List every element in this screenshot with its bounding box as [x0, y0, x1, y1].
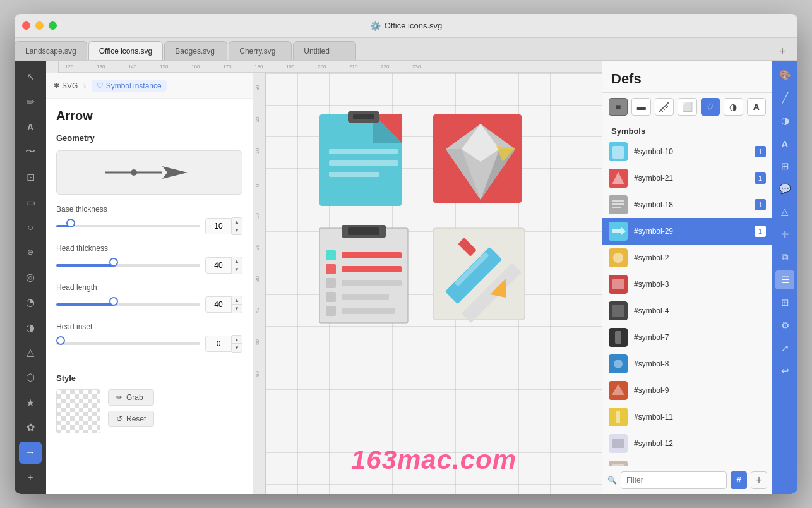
head-length-down[interactable]: ▼	[232, 305, 242, 313]
symbol-9-name: #symbol-9	[634, 386, 766, 395]
symbol-item-21[interactable]: #symbol-21 1	[602, 165, 772, 191]
polygon-tool[interactable]: ⬡	[19, 366, 42, 389]
cursor-tool[interactable]: ↖	[19, 66, 42, 88]
text-tool[interactable]: A	[19, 116, 42, 138]
left-toolbar: ↖ ✏ A 〜 ⊡ ▭ ○ ⊖ ◎ ◔ ◑ △ ⬡ ★ ✿ → +	[15, 61, 46, 494]
rail-text-btn[interactable]: A	[775, 134, 794, 153]
head-inset-up[interactable]: ▲	[232, 336, 242, 344]
symbol-item-4[interactable]: #symbol-4	[602, 298, 772, 324]
rail-paint-btn[interactable]: 🎨	[775, 66, 794, 85]
moon-tool[interactable]: ◑	[19, 316, 42, 339]
ring-tool[interactable]: ◎	[19, 266, 42, 289]
filter-input[interactable]	[621, 471, 727, 489]
canvas[interactable]: 163mac.com	[266, 73, 602, 494]
pen-tool[interactable]: ✏	[19, 91, 42, 114]
grab-button[interactable]: ✏ Grab	[108, 389, 154, 406]
base-thickness-input[interactable]	[205, 218, 232, 234]
head-length-up[interactable]: ▲	[232, 296, 242, 305]
breadcrumb-symbol-instance[interactable]: ♡ Symbol instance	[92, 80, 167, 92]
tab-untitled[interactable]: Untitled	[293, 41, 356, 60]
tab-office[interactable]: Office icons.svg	[88, 41, 163, 60]
defs-text-btn[interactable]: A	[747, 98, 766, 116]
gear-tool[interactable]: ✿	[19, 416, 42, 439]
rect-tool[interactable]: ▭	[19, 191, 42, 214]
breadcrumb-svg[interactable]: ✱ SVG	[54, 82, 78, 90]
symbols-list: #symbol-10 1 #symbol-21 1 #symbol-18 1	[602, 138, 772, 466]
rail-list-btn[interactable]: ☰	[775, 270, 794, 289]
rail-triangle-btn[interactable]: △	[775, 202, 794, 221]
arrow-tool[interactable]: →	[19, 442, 42, 464]
base-thickness-down[interactable]: ▼	[232, 226, 242, 234]
close-button[interactable]	[22, 21, 30, 30]
symbol-item-3[interactable]: #symbol-3	[602, 271, 772, 298]
head-thickness-row: ▲ ▼	[56, 257, 242, 274]
defs-gradient-btn[interactable]: ▬	[631, 98, 650, 116]
base-thickness-thumb[interactable]	[66, 219, 75, 227]
head-length-input[interactable]	[205, 296, 232, 313]
select-tool[interactable]: ⊡	[19, 166, 42, 189]
head-inset-down[interactable]: ▼	[232, 344, 242, 352]
defs-fill-btn[interactable]: ■	[609, 98, 628, 116]
defs-symbol-btn[interactable]: ♡	[701, 98, 720, 116]
triangle-tool[interactable]: △	[19, 341, 42, 364]
rail-contrast-btn[interactable]: ◑	[775, 111, 794, 130]
symbol-item-12[interactable]: #symbol-12	[602, 430, 772, 457]
wave-tool[interactable]: 〜	[19, 141, 42, 164]
svg-text:230: 230	[412, 64, 421, 70]
symbol-item-18[interactable]: #symbol-18 1	[602, 191, 772, 218]
svg-rect-68	[612, 200, 624, 202]
rail-comment-btn[interactable]: 💬	[775, 179, 794, 198]
symbol-11-name: #symbol-11	[634, 413, 766, 421]
symbol-item-8[interactable]: #symbol-8	[602, 351, 772, 377]
symbol-item-13[interactable]: #symbol-13	[602, 457, 772, 466]
tab-badges[interactable]: Badges.svg	[164, 41, 227, 60]
filter-plus-button[interactable]: +	[751, 471, 767, 489]
symbol-item-11[interactable]: #symbol-11	[602, 404, 772, 430]
arc-tool[interactable]: ◔	[19, 291, 42, 314]
add-tab-button[interactable]: +	[772, 42, 792, 60]
base-thickness-up[interactable]: ▲	[232, 218, 242, 226]
rail-export-btn[interactable]: ↗	[775, 339, 794, 358]
symbol-18-name: #symbol-18	[634, 200, 748, 209]
head-inset-input[interactable]	[205, 336, 232, 352]
head-thickness-input[interactable]	[205, 257, 232, 274]
style-preview	[56, 389, 100, 433]
filter-hash-button[interactable]: #	[731, 471, 747, 489]
tab-landscape[interactable]: Landscape.svg	[15, 41, 87, 60]
arrow-preview-svg	[93, 157, 206, 188]
rail-undo-btn[interactable]: ↩	[775, 361, 794, 380]
reset-button[interactable]: ↺ Reset	[108, 411, 154, 427]
canvas-icon-pencil[interactable]	[430, 225, 531, 326]
head-inset-thumb[interactable]	[56, 336, 65, 345]
symbol-icon-18	[609, 195, 628, 214]
rail-ruler-btn[interactable]: ⊞	[775, 157, 794, 176]
symbol-item-9[interactable]: #symbol-9	[602, 377, 772, 404]
defs-clip-btn[interactable]: ⬜	[678, 98, 696, 116]
circle-tool[interactable]: ○	[19, 216, 42, 239]
rail-grid-btn[interactable]: ⊞	[775, 293, 794, 312]
tab-cherry[interactable]: Cherry.svg	[229, 41, 292, 60]
defs-pattern-btn[interactable]	[655, 98, 674, 116]
star-tool[interactable]: ★	[19, 391, 42, 414]
symbol-item-29[interactable]: #symbol-29 1	[602, 218, 772, 245]
defs-mask-btn[interactable]: ◑	[724, 98, 743, 116]
head-thickness-down[interactable]: ▼	[232, 265, 242, 274]
ellipse-tool[interactable]: ⊖	[19, 241, 42, 263]
rail-line-btn[interactable]: ╱	[775, 88, 794, 107]
symbol-item-10[interactable]: #symbol-10 1	[602, 138, 772, 165]
canvas-icon-tasklist[interactable]	[316, 225, 411, 326]
canvas-icon-gem[interactable]	[430, 111, 531, 212]
minimize-button[interactable]	[35, 21, 44, 30]
rail-layers-btn[interactable]: ⧉	[775, 248, 794, 267]
head-thickness-up[interactable]: ▲	[232, 257, 242, 265]
rail-settings-btn[interactable]: ⚙	[775, 316, 794, 335]
svg-text:180: 180	[254, 64, 263, 70]
canvas-icon-clipboard[interactable]	[316, 111, 411, 212]
grab-icon: ✏	[116, 393, 122, 402]
add-tool[interactable]: +	[19, 466, 42, 489]
rail-crosshair-btn[interactable]: ✛	[775, 225, 794, 244]
symbol-item-7[interactable]: #symbol-7	[602, 324, 772, 351]
symbol-item-2[interactable]: #symbol-2	[602, 245, 772, 271]
maximize-button[interactable]	[49, 21, 57, 30]
svg-rect-64	[612, 146, 624, 159]
